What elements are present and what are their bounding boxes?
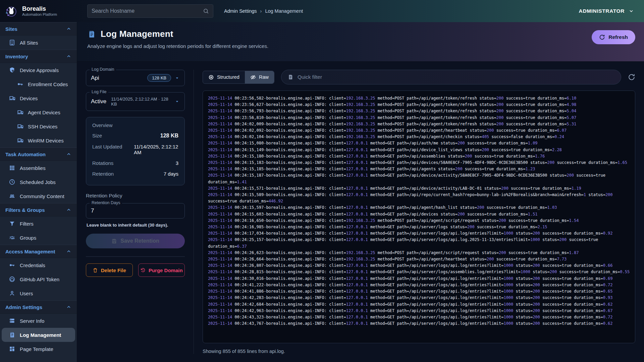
sidebar-item-label: Filters (20, 221, 34, 227)
divider (86, 256, 185, 257)
sidebar-item-device-approvals[interactable]: Device Approvals (0, 63, 77, 77)
sidebar-item-agent-devices[interactable]: Agent Devices (0, 105, 77, 119)
sidebar-item-users[interactable]: Users (0, 286, 77, 300)
log-line: 2025-11-14 00:24:15,080-borealis.engine.… (208, 140, 632, 146)
sidebar-item-assemblies[interactable]: Assemblies (0, 161, 77, 175)
server-icon (9, 317, 15, 324)
sidebar-item-devices[interactable]: Devices (0, 91, 77, 105)
raw-view-label: Raw (259, 74, 269, 80)
sidebar-item-log-management[interactable]: Log Management (2, 328, 75, 342)
log-line: 2025-11-14 00:24:30,016-borealis.engine.… (208, 276, 632, 282)
sidebar-item-label: Server Info (20, 318, 44, 324)
sidebar-item-label: Log Management (20, 332, 61, 338)
sidebar-section-access-management[interactable]: Access Management (0, 245, 77, 258)
log-file-meta: 11/14/2025, 2:12:12 AM · 128 KB (111, 97, 171, 107)
delete-file-button[interactable]: Delete File (86, 263, 133, 277)
save-retention-button[interactable]: Save Retention (86, 234, 185, 248)
sidebar-section-label: Filters & Groups (5, 207, 45, 213)
sidebar-section-inventory[interactable]: Inventory (0, 50, 77, 63)
chevron-up-icon (66, 207, 71, 213)
log-line: 2025-11-14 00:24:15,185-borealis.engine.… (208, 166, 632, 172)
sidebar-item-credentials[interactable]: Credentials (0, 258, 77, 272)
overview-card: Overview Size128 KBLast Updated11/14/202… (86, 117, 185, 185)
log-line: 2025-11-14 00:24:15,603-borealis.engine.… (208, 211, 632, 218)
overview-label: Retention (92, 171, 124, 177)
breadcrumb-admin-settings[interactable]: Admin Settings (224, 8, 257, 14)
sidebar-section-label: Access Management (5, 249, 55, 254)
log-domain-select[interactable]: Log Domain Api 128 KB (86, 70, 185, 86)
log-line: 2025-11-14 00:24:15,597-borealis.engine.… (208, 204, 632, 211)
sidebar-item-all-sites[interactable]: All Sites (0, 36, 77, 50)
top-bar: Borealis Automation Platform Search Host… (0, 0, 644, 22)
log-line: 2025-11-14 00:24:26,623-borealis.engine.… (208, 250, 632, 256)
sidebar-item-filters[interactable]: Filters (0, 217, 77, 231)
sidebar-item-server-info[interactable]: Server Info (0, 314, 77, 328)
log-line: 2025-11-14 00:24:15,571-borealis.engine.… (208, 185, 632, 192)
raw-view-tab[interactable]: Raw (245, 71, 274, 83)
sidebar-section-filters-groups[interactable]: Filters & Groups (0, 203, 77, 217)
log-icon (287, 74, 293, 80)
overview-value: 7 days (128, 171, 178, 177)
caret-down-icon (174, 75, 180, 81)
quick-filter-input[interactable]: Quick filter (281, 70, 621, 84)
sidebar-item-github-api-token[interactable]: GitHub API Token (0, 272, 77, 286)
eye-off-icon (250, 74, 256, 80)
refresh-button[interactable]: Refresh (592, 30, 635, 44)
caret-down-icon (174, 99, 180, 104)
user-label: ADMINISTRATOR (579, 8, 625, 14)
log-domain-value: Api (91, 75, 99, 81)
user-menu[interactable]: ADMINISTRATOR (579, 8, 634, 14)
overview-title: Overview (92, 123, 178, 128)
sidebar-item-label: All Sites (20, 40, 38, 46)
sidebar-item-scheduled-jobs[interactable]: Scheduled Jobs (0, 175, 77, 189)
community-icon (9, 193, 15, 199)
delete-file-label: Delete File (101, 267, 126, 273)
structured-view-tab[interactable]: Structured (203, 71, 245, 83)
clock-icon (9, 179, 15, 185)
log-line: 2025-11-14 00:24:26,664-borealis.engine.… (208, 256, 632, 262)
chevron-up-icon (66, 249, 71, 254)
structured-view-label: Structured (217, 74, 239, 80)
breadcrumb-log-management[interactable]: Log Management (265, 8, 303, 14)
retention-days-field[interactable]: Retention Days 7 (86, 203, 185, 219)
sidebar-item-page-template[interactable]: Page Template (0, 342, 77, 356)
chevron-up-icon (66, 304, 71, 310)
retention-days-label: Retention Days (90, 200, 122, 205)
log-line: 2025-11-14 00:24:25,157-borealis.engine.… (208, 237, 632, 249)
sidebar-item-label: Assemblies (20, 165, 46, 171)
trash-icon (93, 267, 98, 273)
sidebar-section-task-automation[interactable]: Task Automation (0, 147, 77, 161)
refresh-icon (599, 34, 605, 40)
sidebar-item-community-content[interactable]: Community Content (0, 189, 77, 203)
borealis-logo (4, 4, 19, 18)
key-icon (17, 81, 23, 87)
breadcrumb-separator: › (260, 8, 262, 14)
shield-approve-icon (9, 67, 15, 73)
sidebar-item-ssh-devices[interactable]: SSH Devices (0, 119, 77, 133)
sidebar-item-winrm-devices[interactable]: WinRM Devices (0, 133, 77, 147)
sidebar-item-label: Device Approvals (20, 67, 59, 73)
sidebar-section-sites[interactable]: Sites (0, 22, 77, 36)
sidebar-item-label: WinRM Devices (28, 138, 64, 143)
log-line: 2025-11-14 00:24:02,009-borealis.engine.… (208, 121, 632, 127)
sidebar-item-enrollment-codes[interactable]: Enrollment Codes (0, 77, 77, 91)
page-subtitle: Analyze engine logs and adjust log reten… (87, 43, 634, 49)
brand-subtitle: Automation Platform (22, 12, 57, 16)
log-line: 2025-11-14 00:24:02,092-borealis.engine.… (208, 127, 632, 134)
log-output[interactable]: 2025-11-14 00:23:56,582-borealis.engine.… (203, 90, 635, 343)
overview-row-last-updated: Last Updated11/14/2025, 2:12:12 AM (92, 144, 178, 155)
retention-policy-title: Retention Policy (86, 193, 185, 198)
search-icon (203, 8, 209, 14)
sidebar: SitesAll SitesInventoryDevice ApprovalsE… (0, 22, 77, 362)
devices-icon (17, 109, 23, 116)
log-file-select[interactable]: Log File Active 11/14/2025, 2:12:12 AM ·… (86, 92, 185, 111)
sidebar-item-groups[interactable]: Groups (0, 231, 77, 245)
purge-domain-button[interactable]: Purge Domain (138, 263, 185, 277)
sidebar-section-admin-settings[interactable]: Admin Settings (0, 300, 77, 314)
sidebar-item-label: Groups (20, 235, 36, 241)
sidebar-section-label: Inventory (5, 54, 28, 59)
search-placeholder: Search Hostname (92, 8, 203, 14)
log-line: 2025-11-14 00:24:15,187-borealis.engine.… (208, 172, 632, 185)
reload-logs-icon[interactable] (628, 73, 635, 81)
search-input[interactable]: Search Hostname (87, 4, 213, 18)
